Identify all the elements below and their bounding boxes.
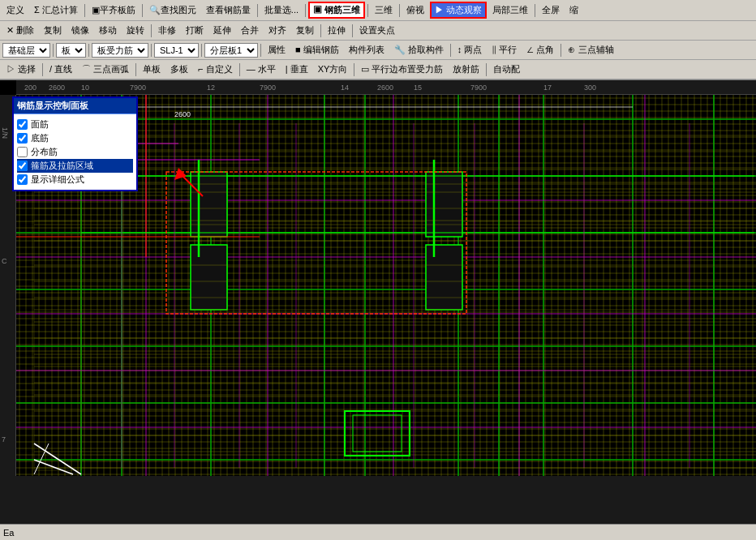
tb-dynamic-observe[interactable]: ▶ 动态观察 <box>430 2 487 19</box>
ruler-mark: 10 <box>81 84 89 92</box>
rebar-dialog-title[interactable]: 钢筋显示控制面板 <box>14 98 136 114</box>
tb-property[interactable]: 属性 <box>264 42 290 58</box>
tb-fullscreen[interactable]: 全屏 <box>538 2 564 18</box>
tb-rebar-qty[interactable]: 查看钢筋量 <box>202 2 255 18</box>
sep-5 <box>367 4 368 17</box>
tb-copy[interactable]: 复制 <box>40 23 66 38</box>
tb-radial[interactable]: 放射筋 <box>449 62 483 77</box>
ruler-mark: 7900 <box>130 84 146 92</box>
sep-9 <box>320 24 321 37</box>
tb-batch[interactable]: 批量选... <box>260 2 303 18</box>
rebar-dialog: 钢筋显示控制面板 面筋 底筋 分布筋 箍筋及拉筋区域 显示详细公式 <box>12 96 138 191</box>
layer-select[interactable]: 基础层 <box>2 43 50 58</box>
toolbar-area: 定义 Σ 汇总计算 ▣ 平齐板筋 🔍 查找图元 查看钢筋量 批量选... ▣ 钢… <box>0 0 756 80</box>
tb-define[interactable]: 定义 <box>2 2 28 18</box>
tb-align-rebar[interactable]: ▣ 平齐板筋 <box>88 2 140 18</box>
tb-multi-board[interactable]: 多板 <box>166 62 192 77</box>
svg-rect-38 <box>426 172 462 237</box>
dialog-row-bottom[interactable]: 底筋 <box>17 131 133 145</box>
label-detail: 显示详细公式 <box>31 174 84 186</box>
tb-find-elem[interactable]: 🔍 查找图元 <box>145 2 200 18</box>
tb-summary[interactable]: Σ 汇总计算 <box>30 2 82 18</box>
tb-select[interactable]: ▷ 选择 <box>2 62 40 77</box>
tb-parallel-edge[interactable]: ▭ 平行边布置受力筋 <box>357 62 447 77</box>
ruler-mark: 200 <box>24 84 37 92</box>
tb-three-axis[interactable]: ⊕ 三点辅轴 <box>564 42 617 58</box>
ruler-mark: 15 <box>414 84 422 92</box>
tb-parallel[interactable]: ∥ 平行 <box>488 42 521 58</box>
label-dist: 分布筋 <box>31 146 58 158</box>
tb-3d[interactable]: 三维 <box>371 2 397 18</box>
tb-rotate[interactable]: 旋转 <box>122 23 148 38</box>
checkbox-bottom[interactable] <box>17 133 28 144</box>
checkbox-face[interactable] <box>17 119 28 130</box>
sep-11 <box>53 44 54 57</box>
tb-single-board[interactable]: 单板 <box>139 62 165 77</box>
tb-custom[interactable]: ⌐ 自定义 <box>194 62 236 77</box>
dialog-row-dist[interactable]: 分布筋 <box>17 145 133 159</box>
ruler-mark: 300 <box>584 84 596 92</box>
tb-rebar-3d[interactable]: ▣ 钢筋三维 <box>308 2 365 19</box>
tb-zoom[interactable]: 缩 <box>565 2 582 18</box>
tb-xy-dir[interactable]: XY方向 <box>314 62 352 77</box>
svg-rect-37 <box>191 172 227 237</box>
main-canvas[interactable]: 200 2600 10 7900 12 7900 14 2600 15 7900… <box>0 80 756 476</box>
tb-top-view[interactable]: 俯视 <box>402 2 428 18</box>
dialog-row-stirrup[interactable]: 箍筋及拉筋区域 <box>17 159 133 173</box>
svg-text:2600: 2600 <box>174 110 191 118</box>
sep-16 <box>450 44 451 57</box>
tb-auto[interactable]: 自动配 <box>489 62 524 77</box>
dialog-row-detail[interactable]: 显示详细公式 <box>17 173 133 186</box>
tb-merge[interactable]: 合并 <box>237 23 263 38</box>
ruler-left-mark: 7 <box>2 435 6 444</box>
tb-two-points[interactable]: ↕ 两点 <box>453 42 487 58</box>
ruler-mark: 14 <box>341 84 349 92</box>
tb-local-3d[interactable]: 局部三维 <box>488 2 532 18</box>
stress-select[interactable]: 板受力筋 <box>92 43 148 58</box>
tb-setpoint[interactable]: 设置夹点 <box>355 23 399 38</box>
tb-nonmod[interactable]: 非修 <box>154 23 180 38</box>
tb-component-list[interactable]: 构件列表 <box>345 42 389 58</box>
sep-15 <box>260 44 261 57</box>
tb-mirror[interactable]: 镜像 <box>67 23 93 38</box>
tb-move[interactable]: 移动 <box>95 23 121 38</box>
slj-select[interactable]: SLJ-1 <box>154 43 199 58</box>
checkbox-detail[interactable] <box>17 174 28 185</box>
sep-1 <box>84 4 85 17</box>
tb-copy2[interactable]: 复制 <box>292 23 318 38</box>
tb-delete[interactable]: ✕ 删除 <box>2 23 38 38</box>
sublayer-select[interactable]: 分层板1 <box>204 43 258 58</box>
tb-pick-component[interactable]: 🔧 拾取构件 <box>390 42 448 58</box>
status-bar: Ea <box>0 524 756 540</box>
toolbar-row-4: ▷ 选择 / 直线 ⌒ 三点画弧 单板 多板 ⌐ 自定义 — 水平 | 垂直 X… <box>0 60 756 79</box>
tb-line[interactable]: / 直线 <box>45 62 76 77</box>
ruler-mark: 7900 <box>260 84 276 92</box>
toolbar-row-2: ✕ 删除 复制 镜像 移动 旋转 非修 打断 延伸 合并 对齐 复制 拉伸 设置… <box>0 21 756 41</box>
tb-vertical[interactable]: | 垂直 <box>281 62 312 77</box>
ruler-mark: 17 <box>543 84 552 92</box>
tb-break[interactable]: 打断 <box>182 23 208 38</box>
rebar-dialog-content: 面筋 底筋 分布筋 箍筋及拉筋区域 显示详细公式 <box>14 114 136 190</box>
type-select[interactable]: 板 <box>56 43 86 58</box>
tb-horizontal[interactable]: — 水平 <box>243 62 280 77</box>
tb-align[interactable]: 对齐 <box>264 23 290 38</box>
ruler-mark: 7900 <box>470 84 487 92</box>
tb-angle[interactable]: ∠ 点角 <box>522 42 558 58</box>
sep-22 <box>486 63 487 76</box>
checkbox-dist[interactable] <box>17 147 28 157</box>
sep-21 <box>354 63 354 76</box>
tb-arc[interactable]: ⌒ 三点画弧 <box>78 62 133 77</box>
svg-rect-39 <box>191 245 227 310</box>
sep-2 <box>142 4 143 17</box>
dialog-row-face[interactable]: 面筋 <box>17 118 133 131</box>
tb-edit-rebar[interactable]: ■ 编辑钢筋 <box>291 42 343 58</box>
tb-extend[interactable]: 延伸 <box>209 23 235 38</box>
toolbar-row-3: 基础层 板 板受力筋 SLJ-1 分层板1 属性 ■ 编辑钢筋 构件列表 🔧 拾… <box>0 41 756 60</box>
ruler-mark: 2600 <box>49 84 65 92</box>
status-text: Ea <box>3 528 14 538</box>
tb-stretch[interactable]: 拉伸 <box>324 23 350 38</box>
label-face: 面筋 <box>31 118 49 131</box>
ruler-left-mark: C <box>2 257 7 265</box>
sep-14 <box>201 44 202 57</box>
checkbox-stirrup[interactable] <box>17 161 28 171</box>
